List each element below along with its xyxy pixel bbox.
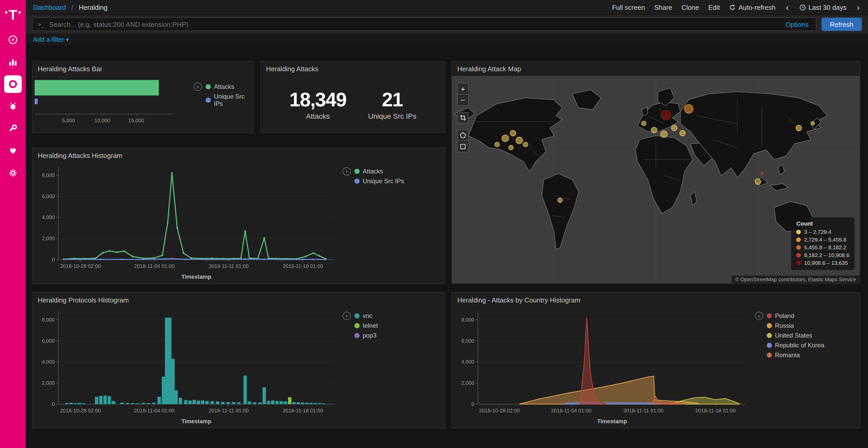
sidebar-item-visualize[interactable] xyxy=(4,53,22,71)
protocols-histogram-chart[interactable]: 02,0004,0006,0008,0002018-10-28 02:00201… xyxy=(35,306,339,427)
time-range-button[interactable]: Last 30 days xyxy=(799,3,846,11)
legend-item[interactable]: Unique Src IPs xyxy=(354,177,404,185)
full-screen-button[interactable]: Full screen xyxy=(612,3,645,11)
legend-toggle-icon[interactable]: › xyxy=(194,82,202,91)
legend-toggle-icon[interactable]: › xyxy=(343,167,351,175)
attack-location-marker[interactable] xyxy=(494,142,500,147)
map-legend-color-dot xyxy=(797,261,801,265)
legend-toggle-icon[interactable]: › xyxy=(343,312,351,320)
svg-text:2018-10-28 02:00: 2018-10-28 02:00 xyxy=(60,408,101,413)
attack-location-marker[interactable] xyxy=(660,130,668,138)
time-forward-button[interactable]: › xyxy=(856,3,861,12)
map-legend-item[interactable]: 10,908.6 – 13,635 xyxy=(797,259,849,267)
options-link[interactable]: Options xyxy=(785,21,811,28)
map-legend-item[interactable]: 2,729.4 – 5,455.8 xyxy=(797,236,849,244)
polygon-tool-button[interactable] xyxy=(457,130,469,141)
sidebar-item-tools[interactable] xyxy=(4,120,22,137)
legend-label: Attacks xyxy=(214,83,234,90)
sidebar-item-discover[interactable] xyxy=(4,31,22,48)
breadcrumb: Dashboard / Heralding xyxy=(33,3,107,11)
legend-color-dot xyxy=(354,169,360,174)
attack-location-marker[interactable] xyxy=(509,145,514,150)
legend-item[interactable]: Attacks xyxy=(354,168,404,175)
breadcrumb-dashboard-link[interactable]: Dashboard xyxy=(33,3,66,11)
rectangle-tool-button[interactable] xyxy=(457,141,469,152)
refresh-button[interactable]: Refresh xyxy=(822,18,862,31)
legend-color-dot xyxy=(767,333,772,338)
attack-location-marker[interactable] xyxy=(641,121,646,126)
attacks-histogram-legend: ›AttacksUnique Src IPs xyxy=(343,168,441,187)
sidebar-item-monitoring[interactable] xyxy=(4,142,22,160)
legend-label: Unique Src IPs xyxy=(363,177,404,185)
legend-color-dot xyxy=(767,343,772,348)
edit-button[interactable]: Edit xyxy=(708,3,720,11)
attack-location-marker[interactable] xyxy=(811,122,815,126)
legend-item[interactable]: Romania xyxy=(767,351,824,359)
zoom-in-button[interactable]: + xyxy=(457,83,469,95)
panel-title: Heralding - Attacks by Country Histogram xyxy=(452,292,860,308)
legend-item[interactable]: Russia xyxy=(767,322,824,329)
attack-location-marker[interactable] xyxy=(510,130,517,136)
share-button[interactable]: Share xyxy=(654,3,672,11)
sidebar-item-settings[interactable] xyxy=(4,164,22,182)
legend-color-dot xyxy=(767,313,772,318)
svg-text:2,000: 2,000 xyxy=(461,380,474,386)
refresh-arrow-icon xyxy=(729,4,736,10)
attack-location-marker[interactable] xyxy=(651,127,657,133)
attack-location-marker[interactable] xyxy=(661,110,671,120)
attack-location-marker[interactable] xyxy=(516,137,523,144)
legend-item[interactable]: telnet xyxy=(354,322,378,329)
attack-location-marker[interactable] xyxy=(796,125,802,131)
map-legend-item[interactable]: 3 – 2,729.4 xyxy=(797,228,849,236)
attack-location-marker[interactable] xyxy=(755,179,761,185)
zoom-out-button[interactable]: − xyxy=(457,95,469,106)
legend-item[interactable]: United States xyxy=(767,332,824,339)
legend-item[interactable]: Unique Src IPs xyxy=(206,93,253,107)
time-back-button[interactable]: ‹ xyxy=(785,3,790,12)
world-map[interactable]: + − xyxy=(452,76,860,283)
clone-button[interactable]: Clone xyxy=(681,3,699,11)
sidebar-item-attacks[interactable] xyxy=(4,98,22,115)
attacks-histogram-chart[interactable]: 02,0004,0006,0008,0002018-10-28 02:00201… xyxy=(35,162,339,282)
map-legend-rows: 3 – 2,729.42,729.4 – 5,455.85,455.8 – 8,… xyxy=(797,228,849,267)
dashboard-grid: Heralding Attacks Bar 5,00010,00015,000 … xyxy=(26,46,868,448)
add-filter-link[interactable]: Add a filter+ xyxy=(33,36,69,43)
legend-item[interactable]: Poland xyxy=(767,312,824,319)
legend-item[interactable]: vnc xyxy=(354,312,378,319)
attack-location-marker[interactable] xyxy=(684,105,693,114)
top-navbar: Dashboard / Heralding Full screen Share … xyxy=(26,0,868,15)
legend-toggle-icon[interactable]: › xyxy=(755,312,763,320)
legend-label: Attacks xyxy=(363,168,383,175)
search-input[interactable] xyxy=(49,21,781,28)
legend-item[interactable]: Republic of Korea xyxy=(767,342,824,349)
attack-location-marker[interactable] xyxy=(501,134,509,142)
heart-icon xyxy=(8,145,18,156)
legend-item[interactable]: Attacks xyxy=(206,83,253,90)
sidebar-item-dashboard[interactable] xyxy=(4,75,22,93)
rectangle-icon xyxy=(459,143,467,150)
map-legend-item[interactable]: 8,182.2 – 10,908.6 xyxy=(797,251,849,259)
panel-title: Heralding Attacks xyxy=(261,61,445,76)
protocols-histogram-legend: ›vnctelnetpop3 xyxy=(343,312,441,342)
legend-color-dot xyxy=(354,323,360,328)
attack-location-marker[interactable] xyxy=(671,125,677,131)
polygon-icon xyxy=(459,132,467,139)
compass-icon xyxy=(8,35,18,45)
attacks-bar-chart[interactable]: 5,00010,00015,000 xyxy=(35,77,190,129)
attack-location-marker[interactable] xyxy=(760,172,764,175)
crop-tool-button[interactable] xyxy=(457,112,469,123)
telekom-logo[interactable]: T xyxy=(5,4,21,26)
attack-location-marker[interactable] xyxy=(523,142,528,147)
legend-item[interactable]: pop3 xyxy=(354,332,378,339)
svg-text:2018-11-11 01:00: 2018-11-11 01:00 xyxy=(209,408,249,413)
auto-refresh-button[interactable]: Auto-refresh xyxy=(729,3,776,11)
breadcrumb-separator: / xyxy=(71,3,73,11)
map-legend-item[interactable]: 5,455.8 – 8,182.2 xyxy=(797,244,849,251)
attack-location-marker[interactable] xyxy=(679,130,686,136)
attack-location-marker[interactable] xyxy=(557,198,563,203)
map-attribution: © OpenStreetMap contributors, Elastic Ma… xyxy=(732,276,860,283)
svg-text:2018-10-28 02:00: 2018-10-28 02:00 xyxy=(60,263,101,269)
country-histogram-chart[interactable]: 02,0004,0006,0008,0002018-10-28 02:00201… xyxy=(454,306,751,427)
metric-label: Unique Src IPs xyxy=(368,112,416,120)
logo-dot-left xyxy=(5,11,7,13)
